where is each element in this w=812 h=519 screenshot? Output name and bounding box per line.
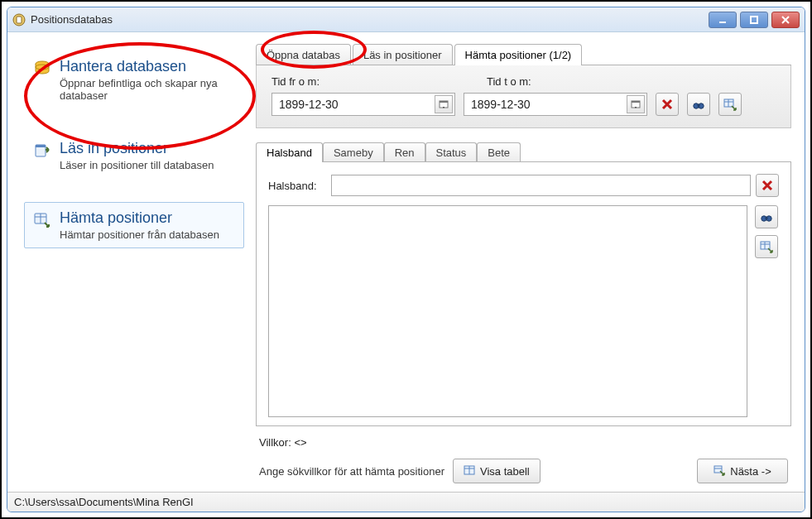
sub-tab-bete[interactable]: Bete xyxy=(477,142,521,161)
date-filter-section: Tid fr o m: Tid t o m: 1899-12-30 1899-1… xyxy=(256,65,791,128)
halsband-list[interactable] xyxy=(268,205,747,417)
sidebar-item-title: Läs in positioner xyxy=(60,140,214,157)
table-icon xyxy=(464,464,475,478)
svg-rect-1 xyxy=(17,17,22,23)
halsband-label: Halsband: xyxy=(268,180,326,192)
halsband-input[interactable] xyxy=(331,175,751,196)
window-maximize-button[interactable] xyxy=(740,12,768,28)
app-icon xyxy=(12,13,26,26)
next-label: Nästa -> xyxy=(730,465,771,478)
sidebar-item-desc: Öppnar befintliga och skapar nya databas… xyxy=(60,77,235,102)
sidebar: Hantera databasen Öppnar befintliga och … xyxy=(7,32,256,492)
table-export-icon xyxy=(33,211,51,232)
sub-tab-sameby[interactable]: Sameby xyxy=(323,142,384,161)
top-tabs: Öppna databas Läs in positioner Hämta po… xyxy=(256,41,791,65)
main-panel: Öppna databas Läs in positioner Hämta po… xyxy=(256,32,805,492)
svg-rect-14 xyxy=(632,101,640,103)
calendar-dropdown-icon[interactable] xyxy=(435,95,453,113)
tab-open-db[interactable]: Öppna databas xyxy=(256,44,351,65)
filter-tabs: Halsband Sameby Ren Status Bete xyxy=(256,140,791,161)
svg-rect-7 xyxy=(36,145,46,147)
table-export-button[interactable] xyxy=(755,235,778,258)
table-export-button[interactable] xyxy=(718,93,742,116)
window-minimize-button[interactable] xyxy=(709,12,737,28)
tab-get-positions[interactable]: Hämta positioner (1/2) xyxy=(454,44,583,65)
status-bar: C:\Users\ssa\Documents\Mina RenGI xyxy=(7,492,805,512)
sidebar-item-desc: Läser in positioner till databasen xyxy=(60,159,214,171)
table-export-icon xyxy=(714,464,725,478)
status-path: C:\Users\ssa\Documents\Mina RenGI xyxy=(14,496,194,508)
window-titlebar: Positionsdatabas xyxy=(7,7,805,32)
sidebar-item-desc: Hämtar positioner från databasen xyxy=(60,228,219,241)
sub-tab-halsband[interactable]: Halsband xyxy=(256,142,323,161)
clear-halsband-button[interactable] xyxy=(756,174,779,197)
footer-hint: Ange sökvillkor för att hämta positioner xyxy=(259,465,444,478)
date-to-picker[interactable]: 1899-12-30 xyxy=(464,93,647,116)
sidebar-item-read-positions[interactable]: Läs in positioner Läser in positioner ti… xyxy=(24,132,244,179)
window-close-button[interactable] xyxy=(771,12,800,28)
date-from-picker[interactable]: 1899-12-30 xyxy=(271,93,455,116)
svg-rect-2 xyxy=(719,22,726,23)
villkor-display: Villkor: <> xyxy=(256,433,791,449)
filter-content: Halsband: xyxy=(256,161,791,426)
svg-rect-12 xyxy=(440,101,448,103)
date-from-value: 1899-12-30 xyxy=(279,98,435,111)
sidebar-item-manage-db[interactable]: Hantera databasen Öppnar befintliga och … xyxy=(24,50,244,109)
tab-read-positions[interactable]: Läs in positioner xyxy=(353,44,453,65)
date-to-label: Tid t o m: xyxy=(487,75,679,88)
sidebar-item-title: Hantera databasen xyxy=(60,58,235,75)
show-table-button[interactable]: Visa tabell xyxy=(453,459,541,483)
sub-tab-ren[interactable]: Ren xyxy=(384,142,425,161)
next-button[interactable]: Nästa -> xyxy=(697,459,788,483)
import-icon xyxy=(33,142,51,162)
clear-date-button[interactable] xyxy=(656,93,679,116)
database-icon xyxy=(33,60,51,80)
sidebar-item-title: Hämta positioner xyxy=(60,209,219,227)
window-title: Positionsdatabas xyxy=(31,13,113,26)
svg-rect-3 xyxy=(751,17,757,23)
svg-rect-17 xyxy=(698,105,700,107)
date-to-value: 1899-12-30 xyxy=(471,98,627,111)
sub-tab-status[interactable]: Status xyxy=(425,142,478,161)
show-table-label: Visa tabell xyxy=(480,465,530,478)
binoculars-button[interactable] xyxy=(755,205,778,228)
svg-rect-23 xyxy=(766,218,768,219)
binoculars-button[interactable] xyxy=(687,93,710,116)
sidebar-item-get-positions[interactable]: Hämta positioner Hämtar positioner från … xyxy=(24,202,244,248)
date-from-label: Tid fr o m: xyxy=(271,75,464,88)
calendar-dropdown-icon[interactable] xyxy=(627,95,645,113)
